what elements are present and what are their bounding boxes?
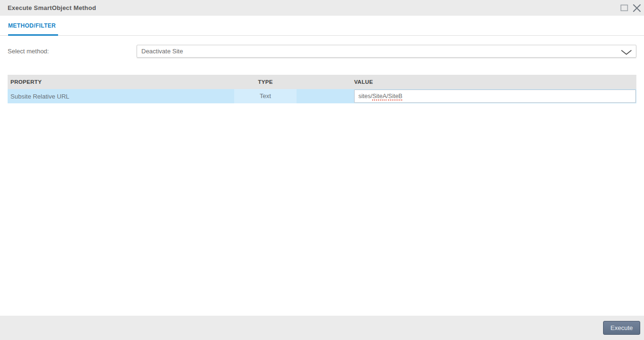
maximize-window-icon[interactable] <box>620 4 628 11</box>
method-dropdown[interactable]: Deactivate Site <box>137 45 636 58</box>
property-cell: Subsite Relative URL <box>8 93 234 100</box>
value-cell: sites/SiteA/SiteB <box>297 90 636 103</box>
dialog-footer: Execute <box>0 316 644 340</box>
tab-method-filter[interactable]: METHOD/FILTER <box>8 22 58 36</box>
column-header-property: PROPERTY <box>8 79 234 85</box>
value-text-misspelled: SiteA <box>372 93 386 100</box>
value-input[interactable]: sites/SiteA/SiteB <box>354 90 636 103</box>
value-text-misspelled: SiteB <box>388 93 403 100</box>
execute-smartobject-dialog: Execute SmartObject Method METHOD/FILTER… <box>0 0 644 340</box>
dialog-title: Execute SmartObject Method <box>8 0 96 16</box>
chevron-down-icon <box>621 49 632 57</box>
window-controls <box>620 0 641 16</box>
tab-bar: METHOD/FILTER <box>0 16 644 36</box>
type-cell: Text <box>234 89 297 103</box>
column-header-type: TYPE <box>234 79 297 85</box>
execute-button[interactable]: Execute <box>603 321 640 335</box>
value-text-segment: sites/ <box>358 93 372 100</box>
table-header-row: PROPERTY TYPE VALUE <box>8 75 636 89</box>
column-header-value: VALUE <box>297 79 636 85</box>
close-icon[interactable] <box>633 4 641 12</box>
properties-table: PROPERTY TYPE VALUE Subsite Relative URL… <box>8 75 636 103</box>
dialog-titlebar: Execute SmartObject Method <box>0 0 644 16</box>
table-row[interactable]: Subsite Relative URL Text sites/SiteA/Si… <box>8 89 636 103</box>
select-method-label: Select method: <box>8 48 49 55</box>
method-dropdown-value: Deactivate Site <box>141 45 183 57</box>
